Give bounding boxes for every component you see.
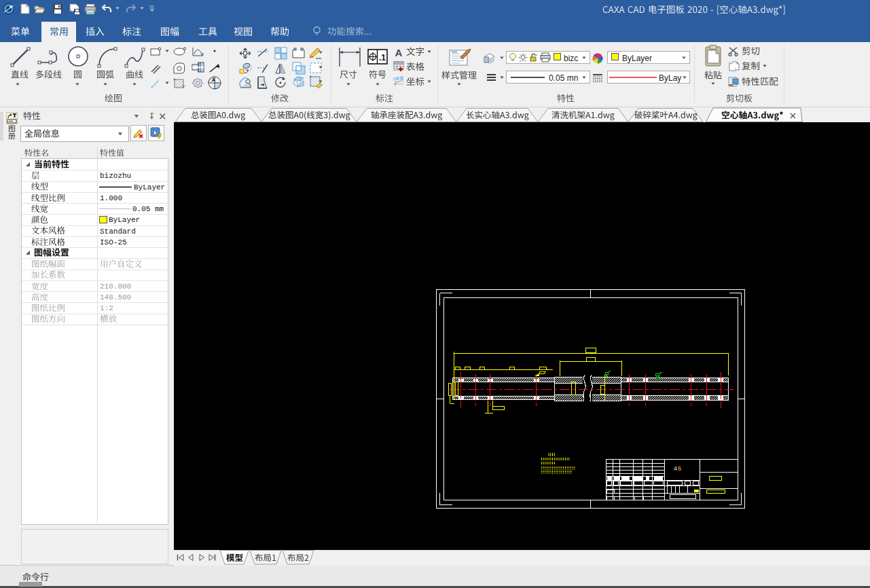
svg-text:.1: .1 (379, 53, 386, 62)
svg-text:Y: Y (393, 77, 395, 81)
svg-text:5: 5 (678, 465, 681, 472)
svg-text:A: A (212, 77, 216, 83)
svg-text:4: 4 (674, 465, 677, 472)
svg-text:X: X (401, 79, 403, 83)
